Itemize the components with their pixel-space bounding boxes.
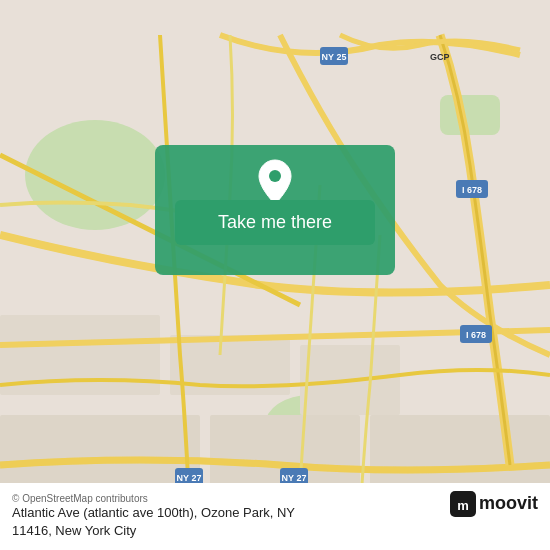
copyright-text: © OpenStreetMap contributors xyxy=(12,493,295,504)
svg-text:I 678: I 678 xyxy=(462,185,482,195)
moovit-icon: m xyxy=(450,491,476,517)
svg-text:NY 27: NY 27 xyxy=(282,473,307,483)
address-text: Atlantic Ave (atlantic ave 100th), Ozone… xyxy=(12,504,295,540)
svg-text:NY 27: NY 27 xyxy=(177,473,202,483)
address-line2: 11416, New York City xyxy=(12,523,136,538)
address-line1: Atlantic Ave (atlantic ave 100th), Ozone… xyxy=(12,505,295,520)
moovit-logo: m moovit xyxy=(450,491,538,517)
svg-point-23 xyxy=(269,170,281,182)
map-background: NY 25 NY 27 NY 27 I 678 I 678 GCP NY 27 xyxy=(0,0,550,550)
svg-point-1 xyxy=(25,120,165,230)
svg-text:m: m xyxy=(457,498,469,513)
take-me-there-button[interactable]: Take me there xyxy=(175,200,375,245)
bottom-left: © OpenStreetMap contributors Atlantic Av… xyxy=(12,491,450,540)
svg-text:I 678: I 678 xyxy=(466,330,486,340)
svg-rect-4 xyxy=(440,95,500,135)
svg-text:NY 25: NY 25 xyxy=(322,52,347,62)
map-container: NY 25 NY 27 NY 27 I 678 I 678 GCP NY 27 … xyxy=(0,0,550,550)
moovit-text: moovit xyxy=(479,493,538,514)
svg-text:GCP: GCP xyxy=(430,52,450,62)
bottom-bar: © OpenStreetMap contributors Atlantic Av… xyxy=(0,483,550,550)
bottom-text-area: © OpenStreetMap contributors Atlantic Av… xyxy=(12,491,295,540)
